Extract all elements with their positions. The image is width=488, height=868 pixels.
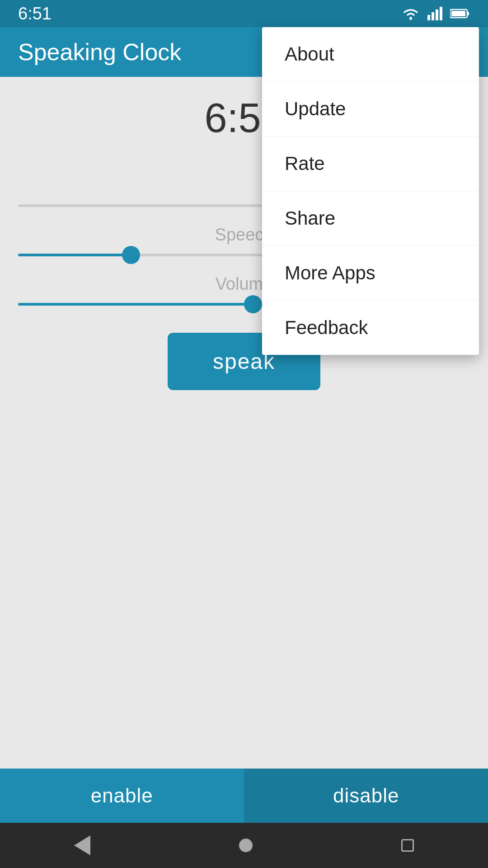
svg-rect-1 — [427, 15, 430, 20]
bottom-buttons: enable disable — [0, 769, 488, 823]
svg-rect-7 — [451, 11, 465, 16]
dropdown-item-rate[interactable]: Rate — [262, 137, 479, 191]
nav-home-icon — [239, 839, 253, 852]
svg-rect-2 — [432, 12, 434, 20]
signal-icon — [427, 7, 443, 20]
dropdown-menu: AboutUpdateRateShareMore AppsFeedback — [262, 27, 479, 355]
app-title: Speaking Clock — [18, 38, 181, 66]
dropdown-item-update[interactable]: Update — [262, 82, 479, 137]
nav-back-button[interactable] — [74, 835, 90, 855]
status-icons — [401, 7, 470, 20]
speech-slider-fill — [18, 254, 131, 256]
volume-slider-fill — [18, 303, 253, 306]
nav-back-icon — [74, 835, 90, 855]
nav-recent-icon — [401, 839, 414, 852]
volume-slider-thumb[interactable] — [244, 295, 262, 313]
status-bar: 6:51 — [0, 0, 488, 27]
wifi-icon — [401, 7, 420, 20]
battery-icon — [450, 8, 470, 19]
disable-button[interactable]: disable — [244, 769, 488, 823]
enable-button[interactable]: enable — [0, 769, 244, 823]
dropdown-item-more-apps[interactable]: More Apps — [262, 246, 479, 301]
dropdown-item-share[interactable]: Share — [262, 191, 479, 246]
status-time: 6:51 — [18, 4, 52, 24]
dropdown-item-about[interactable]: About — [262, 27, 479, 82]
svg-rect-3 — [436, 9, 438, 20]
speech-slider-thumb[interactable] — [122, 246, 140, 264]
nav-bar — [0, 823, 488, 868]
nav-recent-button[interactable] — [401, 839, 414, 852]
svg-rect-4 — [440, 7, 442, 20]
nav-home-button[interactable] — [239, 839, 253, 852]
svg-rect-6 — [467, 12, 469, 15]
dropdown-item-feedback[interactable]: Feedback — [262, 301, 479, 355]
svg-point-0 — [409, 17, 412, 20]
